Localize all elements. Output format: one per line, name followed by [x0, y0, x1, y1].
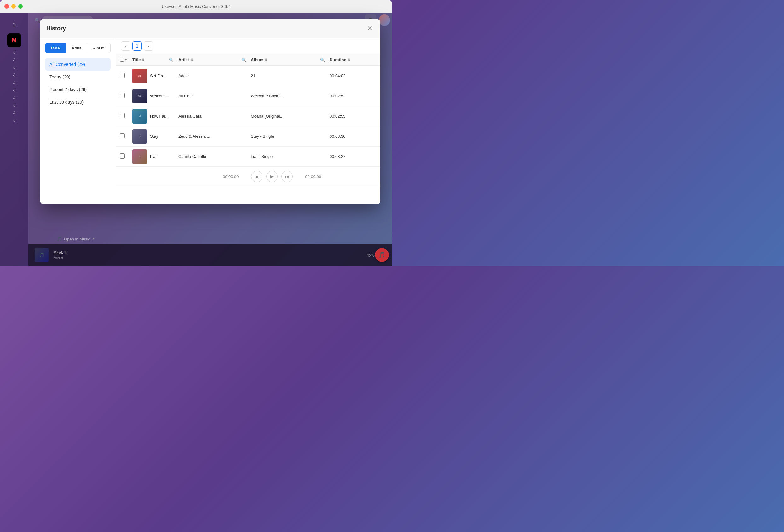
artist-sort-icon[interactable]: ⇅	[190, 58, 193, 61]
sidebar: ⌂ M ♫ ♫ ♫ ♫ ♫ ♫ ♫ ♫ ♫ ♫	[0, 12, 28, 266]
sidebar-note-8: ♫	[12, 102, 16, 108]
player-controls: ⏮ ▶ ⏭	[251, 171, 293, 182]
prev-page-button[interactable]: ‹	[121, 41, 131, 51]
th-title-search[interactable]: 🔍	[169, 57, 178, 62]
row1-title-cell: 21 Set Fire ...	[132, 69, 169, 83]
title-search-icon[interactable]: 🔍	[169, 58, 174, 62]
table-row: S Stay Zedd & Alessia ... Stay - Single …	[116, 127, 380, 146]
row3-album: Moana (Original...	[251, 114, 320, 118]
row3-checkbox-cell	[120, 113, 132, 119]
sidebar-home-icon[interactable]: ⌂	[6, 16, 22, 31]
filter-recent-7days[interactable]: Recent 7 days (29)	[45, 83, 111, 96]
pagination-bar: ‹ 1 ›	[116, 38, 380, 54]
tab-album[interactable]: Album	[87, 43, 111, 53]
player-time-start: 00:00:00	[223, 174, 245, 179]
sidebar-note-3: ♫	[12, 64, 16, 70]
row2-artist: Ali Gatie	[178, 93, 242, 98]
table-header: ▾ Title ⇅ 🔍	[116, 54, 380, 66]
row1-checkbox[interactable]	[120, 73, 125, 78]
select-all-checkbox[interactable]	[120, 58, 124, 62]
sidebar-note-6: ♫	[12, 87, 16, 93]
sidebar-note-1: ♫	[12, 49, 16, 55]
th-album-search[interactable]: 🔍	[320, 57, 330, 62]
table-row: WB Welcom... Ali Gatie Welcome Back (...…	[116, 86, 380, 106]
play-pause-button[interactable]: ▶	[266, 171, 278, 182]
row3-duration: 00:02:55	[330, 114, 380, 118]
th-checkbox: ▾	[120, 57, 132, 62]
th-artist-search[interactable]: 🔍	[242, 57, 251, 62]
row5-album: Liar - Single	[251, 154, 320, 159]
sidebar-note-7: ♫	[12, 94, 16, 100]
row3-album-art: M	[132, 109, 147, 123]
artist-search-icon[interactable]: 🔍	[242, 58, 246, 62]
th-album: Album ⇅	[251, 57, 320, 62]
next-track-button[interactable]: ⏭	[281, 171, 293, 182]
row1-duration: 00:04:02	[330, 74, 380, 78]
table-row: L Liar Camila Cabello Liar - Single 00:0…	[116, 146, 380, 167]
prev-track-button[interactable]: ⏮	[251, 171, 262, 182]
tab-date[interactable]: Date	[45, 43, 65, 53]
row3-checkbox[interactable]	[120, 113, 125, 118]
row3-title-cell: M How Far...	[132, 109, 169, 123]
modal-title: History	[46, 25, 66, 32]
window-title: Ukeysoft Apple Music Converter 8.6.7	[162, 4, 230, 9]
duration-sort-icon[interactable]: ⇅	[347, 58, 350, 61]
track-table: ▾ Title ⇅ 🔍	[116, 54, 380, 167]
filter-tab-group: Date Artist Album	[45, 43, 111, 53]
th-duration: Duration ⇅	[330, 57, 380, 62]
album-search-icon[interactable]: 🔍	[320, 58, 325, 62]
sidebar-note-9: ♫	[12, 110, 16, 115]
row2-title: Welcom...	[150, 93, 168, 98]
history-modal: History ✕ Date Artist Album	[40, 19, 380, 204]
row4-album: Stay - Single	[251, 134, 320, 139]
modal-left-panel: Date Artist Album All Converted (29) Tod…	[40, 38, 116, 204]
row1-title: Set Fire ...	[150, 74, 169, 78]
modal-header: History ✕	[40, 19, 380, 38]
row4-checkbox-cell	[120, 133, 132, 140]
sidebar-note-10: ♫	[12, 117, 16, 123]
row2-album-art: WB	[132, 89, 147, 103]
modal-right-panel: ‹ 1 › ▾	[116, 38, 380, 204]
filter-all-converted[interactable]: All Converted (29)	[45, 58, 111, 71]
row1-checkbox-cell	[120, 73, 132, 79]
sidebar-note-4: ♫	[12, 72, 16, 78]
row4-title: Stay	[150, 134, 158, 139]
current-page-button[interactable]: 1	[132, 41, 142, 51]
row2-title-cell: WB Welcom...	[132, 89, 169, 103]
maximize-button[interactable]	[18, 4, 23, 8]
row1-artist: Adele	[178, 74, 242, 78]
traffic-lights	[4, 4, 23, 8]
row4-title-cell: S Stay	[132, 129, 169, 144]
title-sort-icon[interactable]: ⇅	[142, 58, 144, 61]
modal-body: Date Artist Album All Converted (29) Tod…	[40, 38, 380, 204]
table-row: 21 Set Fire ... Adele 21 00:04:02	[116, 66, 380, 86]
close-button[interactable]	[4, 4, 9, 8]
next-page-button[interactable]: ›	[144, 41, 153, 51]
titlebar: Ukeysoft Apple Music Converter 8.6.7	[0, 0, 392, 12]
table-row: M How Far... Alessia Cara Moana (Origina…	[116, 106, 380, 127]
tab-artist[interactable]: Artist	[65, 43, 87, 53]
row1-album: 21	[251, 74, 320, 78]
row5-title: Liar	[150, 154, 157, 159]
row2-checkbox[interactable]	[120, 93, 125, 98]
sidebar-note-2: ♫	[12, 57, 16, 62]
main-content: ⚙ 🔍 🎵 Skyfall Adele 4:46	[28, 12, 392, 266]
minimize-button[interactable]	[11, 4, 16, 8]
app-window: Ukeysoft Apple Music Converter 8.6.7 ⌂ M…	[0, 0, 392, 266]
app-body: ⌂ M ♫ ♫ ♫ ♫ ♫ ♫ ♫ ♫ ♫ ♫ ⚙	[0, 12, 392, 266]
album-sort-icon[interactable]: ⇅	[265, 58, 267, 61]
row5-checkbox[interactable]	[120, 153, 125, 159]
row5-duration: 00:03:27	[330, 154, 380, 159]
row5-album-art: L	[132, 149, 147, 164]
th-title: Title ⇅	[132, 57, 169, 62]
th-artist: Artist ⇅	[178, 57, 242, 62]
player-bar: 00:00:00 ⏮ ▶ ⏭ 00:00:00	[116, 167, 380, 186]
filter-last-30days[interactable]: Last 30 days (29)	[45, 96, 111, 108]
filter-today[interactable]: Today (29)	[45, 71, 111, 83]
row1-album-art: 21	[132, 69, 147, 83]
apple-music-logo[interactable]: M	[7, 33, 21, 47]
row2-duration: 00:02:52	[330, 93, 380, 98]
filter-list: All Converted (29) Today (29) Recent 7 d…	[45, 58, 111, 108]
modal-close-button[interactable]: ✕	[365, 24, 374, 33]
row4-checkbox[interactable]	[120, 133, 125, 138]
